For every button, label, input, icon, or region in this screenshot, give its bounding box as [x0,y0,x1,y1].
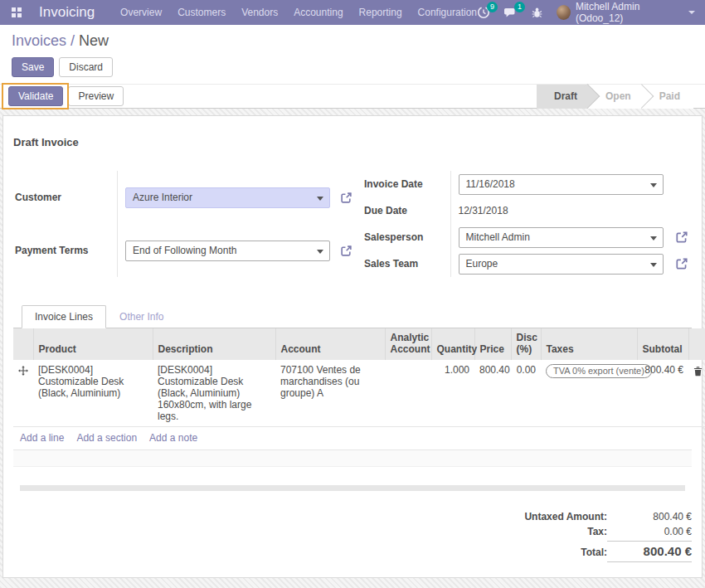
sheet-title: Draft Invoice [13,136,692,148]
salesperson-label: Salesperson [352,224,450,250]
chevron-down-icon [317,250,323,254]
messages-chat-icon[interactable]: 1 [503,6,518,19]
due-date-label: Due Date [352,197,450,224]
discard-button[interactable]: Discard [59,57,113,77]
chevron-down-icon [650,236,657,241]
cell-description[interactable]: [DESK0004] Customizable Desk (Black, Alu… [153,360,275,427]
menu-item-configuration[interactable]: Configuration [418,7,477,18]
chevron-down-icon [317,197,323,201]
cell-price[interactable]: 800.40 [474,360,511,427]
save-button[interactable]: Save [12,57,54,77]
cell-analytic-account[interactable] [385,360,431,427]
menu-item-overview[interactable]: Overview [120,7,162,18]
activity-count-badge: 9 [487,2,498,12]
empty-list-row [13,450,692,467]
total-value: 800.40 € [607,541,692,562]
cell-taxes[interactable]: TVA 0% export (vente) [541,360,637,427]
sales-team-external-link-icon[interactable] [675,257,688,270]
untaxed-amount-value: 800.40 € [607,511,692,522]
tab-other-info[interactable]: Other Info [106,305,177,328]
salesperson-external-link-icon[interactable] [675,231,688,244]
add-a-section-link[interactable]: Add a section [76,432,137,444]
add-a-line-link[interactable]: Add a line [20,432,64,444]
header-disc: Disc (%) [511,328,541,360]
list-add-links: Add a line Add a section Add a note [13,427,692,450]
cell-subtotal: 800.40 € [637,360,688,427]
customer-label: Customer [13,171,118,224]
cell-disc[interactable]: 0.00 [511,360,541,427]
breadcrumb-separator: / [70,32,75,49]
message-count-badge: 1 [514,2,525,12]
status-step-draft[interactable]: Draft [537,85,588,109]
user-name: Mitchell Admin (Odoo_12) [576,1,683,24]
header-product: Product [33,328,153,360]
chevron-down-icon [650,263,657,267]
invoice-form-sheet: Draft Invoice Customer Azure Interior Pa… [2,115,703,578]
tax-label: Tax: [587,526,607,537]
header-quantity: Quantity [431,328,474,360]
status-pipeline: Draft Open Paid [537,85,693,109]
chevron-down-icon [650,183,657,187]
menu-item-accounting[interactable]: Accounting [294,7,343,18]
menu-item-reporting[interactable]: Reporting [359,7,402,18]
invoice-date-label: Invoice Date [352,171,450,197]
sales-team-select[interactable]: Europe [459,254,664,275]
header-handle [13,328,33,360]
untaxed-amount-label: Untaxed Amount: [524,511,607,522]
tax-tag[interactable]: TVA 0% export (vente) [546,364,652,378]
breadcrumb: Invoices / New [12,32,693,50]
header-analytic-account: Analytic Account [385,328,431,360]
top-navbar: Invoicing Overview Customers Vendors Acc… [0,0,705,25]
systray: 9 1 Mitchell Admin (Odoo_12) [477,1,695,24]
due-date-value: 12/31/2018 [459,203,508,218]
menu-item-vendors[interactable]: Vendors [241,7,278,18]
preview-button[interactable]: Preview [68,86,124,106]
cell-quantity[interactable]: 1.000 [431,360,474,427]
header-description: Description [153,328,275,360]
tab-bar: Invoice Lines Other Info [13,305,692,328]
form-groups: Customer Azure Interior Payment Terms En… [13,171,692,277]
activities-clock-icon[interactable]: 9 [477,6,490,19]
content-background: Draft Invoice Customer Azure Interior Pa… [0,109,705,588]
row-drag-handle-icon[interactable] [13,360,33,427]
debug-bug-icon[interactable] [531,7,543,19]
cell-account[interactable]: 707100 Ventes de marchandises (ou groupe… [275,360,385,427]
totals-block: Untaxed Amount: 800.40 € Tax: 0.00 € Tot… [443,509,692,564]
tab-invoice-lines[interactable]: Invoice Lines [22,305,106,328]
user-menu[interactable]: Mitchell Admin (Odoo_12) [557,1,695,24]
chevron-down-icon [688,11,695,14]
total-label: Total: [581,547,607,558]
validate-button[interactable]: Validate [8,86,63,106]
customer-external-link-icon[interactable] [340,192,352,204]
main-menu: Overview Customers Vendors Accounting Re… [120,7,477,18]
customer-select[interactable]: Azure Interior [125,187,330,208]
sales-team-label: Sales Team [352,250,450,277]
control-panel: Invoices / New Save Discard [0,25,705,84]
apps-grid-icon[interactable] [12,7,22,17]
header-subtotal: Subtotal [637,328,688,360]
table-row: [DESK0004] Customizable Desk (Black, Alu… [13,360,705,427]
header-taxes: Taxes [541,328,637,360]
tax-value: 0.00 € [607,526,692,537]
right-field-group: Invoice Date 11/16/2018 Due Date 12/31/2… [352,171,692,277]
edit-buttons: Save Discard [12,57,693,77]
row-delete-trash-icon[interactable] [688,360,705,427]
invoice-date-select[interactable]: 11/16/2018 [459,174,664,195]
menu-item-customers[interactable]: Customers [177,7,226,18]
header-account: Account [275,328,385,360]
payment-terms-select[interactable]: End of Following Month [125,241,330,261]
notebook: Invoice Lines Other Info Product Descrip… [13,305,692,491]
payment-terms-external-link-icon[interactable] [340,245,352,257]
statusbar: Validate Preview Draft Open Paid [0,84,705,109]
breadcrumb-current: New [79,32,109,49]
salesperson-select[interactable]: Mitchell Admin [459,227,664,248]
cell-product[interactable]: [DESK0004] Customizable Desk (Black, Alu… [33,360,153,427]
invoice-lines-table: Product Description Account Analytic Acc… [13,328,705,427]
payment-terms-label: Payment Terms [13,224,118,277]
breadcrumb-invoices-link[interactable]: Invoices [12,32,66,49]
header-trash [688,328,705,360]
app-title[interactable]: Invoicing [39,4,95,21]
horizontal-scrollbar[interactable] [20,485,685,491]
table-header-row: Product Description Account Analytic Acc… [13,328,705,360]
add-a-note-link[interactable]: Add a note [149,432,197,444]
